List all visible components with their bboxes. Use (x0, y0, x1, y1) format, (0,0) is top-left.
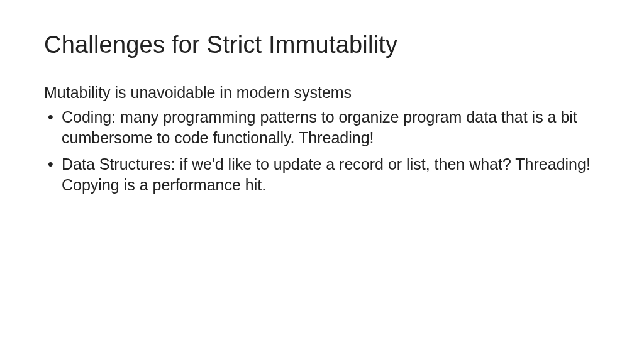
list-item: Data Structures: if we'd like to update … (44, 154, 600, 195)
list-item: Coding: many programming patterns to org… (44, 107, 600, 148)
bullet-list: Coding: many programming patterns to org… (44, 107, 600, 195)
slide-title: Challenges for Strict Immutability (44, 31, 600, 58)
slide-subtitle: Mutability is unavoidable in modern syst… (44, 84, 600, 102)
